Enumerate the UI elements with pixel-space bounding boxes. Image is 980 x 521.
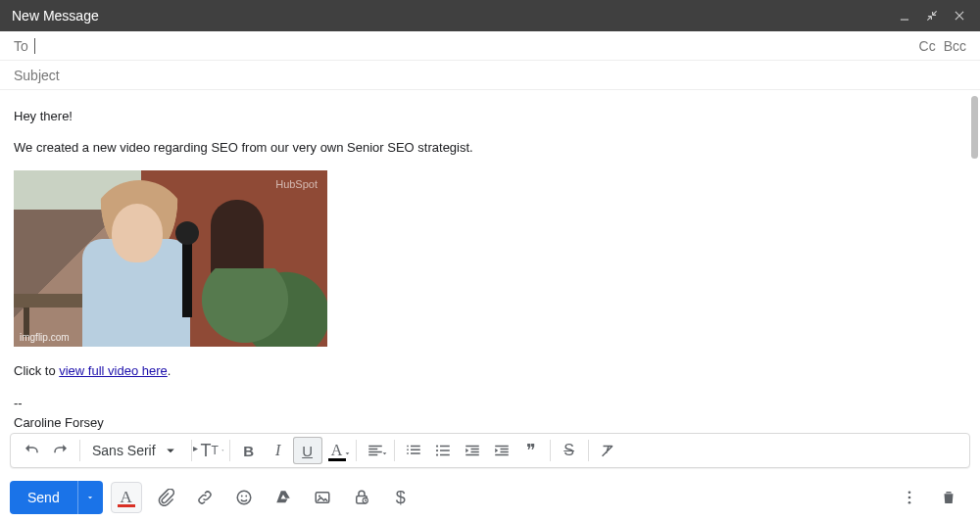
font-size-button[interactable]: ▸TT <box>196 437 225 464</box>
bulleted-list-button[interactable] <box>428 437 458 464</box>
drive-button[interactable] <box>268 482 299 513</box>
chevron-down-icon <box>343 445 352 462</box>
svg-point-5 <box>245 496 247 497</box>
compose-titlebar: New Message <box>0 0 980 31</box>
font-name: Sans Serif <box>92 443 156 458</box>
send-button[interactable]: Send <box>10 481 77 514</box>
period: . <box>168 363 172 378</box>
sig-dashes: -- <box>14 395 966 412</box>
bcc-button[interactable]: Bcc <box>944 38 966 54</box>
body-greeting: Hey there! <box>14 108 966 125</box>
send-button-group: Send <box>10 481 103 514</box>
video-thumbnail[interactable]: HubSpot imgflip.com <box>14 170 327 347</box>
body-line: We created a new video regarding SEO fro… <box>14 139 966 157</box>
text-color-button[interactable]: A <box>322 437 352 464</box>
money-button[interactable]: $ <box>385 482 416 513</box>
confidential-mode-button[interactable] <box>346 482 377 513</box>
click-to-label: Click to <box>14 363 59 378</box>
svg-point-0 <box>435 445 437 447</box>
subject-row <box>0 61 980 90</box>
chevron-down-icon <box>162 442 179 459</box>
emoji-button[interactable] <box>228 482 260 513</box>
svg-point-7 <box>318 495 320 497</box>
svg-point-10 <box>908 491 911 494</box>
discard-draft-button[interactable] <box>933 482 964 513</box>
svg-point-4 <box>241 496 243 497</box>
popout-button[interactable] <box>923 7 941 24</box>
minimize-button[interactable] <box>896 7 913 24</box>
insert-link-button[interactable] <box>189 482 220 513</box>
to-input[interactable] <box>35 35 911 57</box>
compose-body-wrap: Hey there! We created a new video regard… <box>0 90 980 433</box>
sig-name: Caroline Forsey <box>14 414 966 432</box>
font-select[interactable]: Sans Serif <box>84 442 187 459</box>
compose-body[interactable]: Hey there! We created a new video regard… <box>0 90 980 433</box>
italic-button[interactable]: I <box>264 437 293 464</box>
svg-point-2 <box>435 453 437 455</box>
align-button[interactable] <box>361 437 390 464</box>
formatting-toolbar: Sans Serif ▸TT B I U A ❞ S <box>10 433 970 468</box>
close-button[interactable] <box>951 7 968 24</box>
to-label: To <box>14 38 28 54</box>
indent-less-button[interactable] <box>458 437 487 464</box>
undo-button[interactable] <box>17 437 46 464</box>
cc-button[interactable]: Cc <box>919 38 936 54</box>
strikethrough-button[interactable]: S <box>555 437 584 464</box>
svg-point-11 <box>908 497 911 499</box>
svg-point-1 <box>435 450 437 451</box>
formatting-options-button[interactable]: A <box>111 482 142 513</box>
chevron-down-icon <box>220 446 225 455</box>
send-options-button[interactable] <box>77 481 103 514</box>
redo-button[interactable] <box>46 437 75 464</box>
svg-point-3 <box>237 491 251 504</box>
quote-button[interactable]: ❞ <box>516 437 546 464</box>
bold-button[interactable]: B <box>234 437 264 464</box>
chevron-down-icon <box>380 445 389 462</box>
numbered-list-button[interactable] <box>399 437 428 464</box>
video-link[interactable]: view full video here <box>59 363 168 378</box>
indent-more-button[interactable] <box>487 437 516 464</box>
recipients-row: To Cc Bcc <box>0 31 980 61</box>
body-link-line: Click to view full video here. <box>14 362 966 380</box>
remove-formatting-button[interactable] <box>593 437 622 464</box>
underline-button[interactable]: U <box>293 437 322 464</box>
subject-input[interactable] <box>14 68 966 83</box>
window-title: New Message <box>12 8 886 24</box>
attach-file-button[interactable] <box>150 482 181 513</box>
more-options-button[interactable] <box>894 482 925 513</box>
scrollbar-thumb[interactable] <box>971 96 978 159</box>
thumb-logo: HubSpot <box>275 178 318 190</box>
svg-point-12 <box>908 501 911 504</box>
insert-photo-button[interactable] <box>307 482 338 513</box>
thumb-watermark: imgflip.com <box>20 332 70 343</box>
compose-action-bar: Send A $ <box>0 476 980 519</box>
